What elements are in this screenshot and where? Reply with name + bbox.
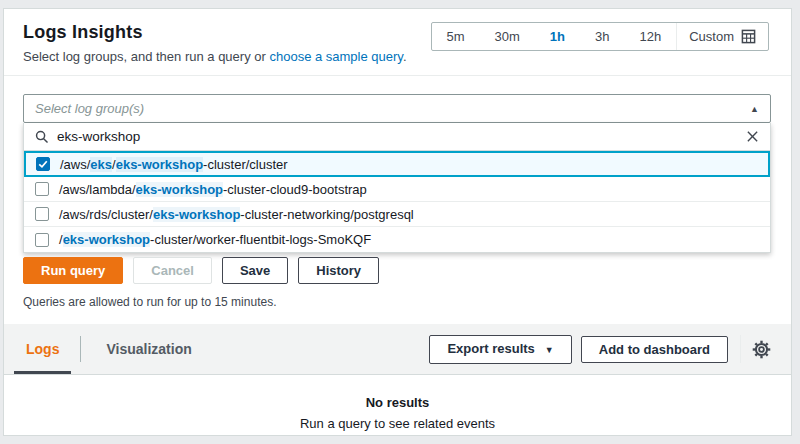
logs-insights-panel: Logs Insights Select log groups, and the…	[3, 8, 792, 436]
time-range-options: 5m30m1h3h12h	[432, 23, 677, 50]
checkbox-unchecked[interactable]	[35, 207, 49, 221]
subtitle-period: .	[403, 49, 407, 64]
log-group-option-label: /aws/eks/eks-workshop-cluster/cluster	[60, 157, 288, 172]
log-group-option[interactable]: /aws/lambda/eks-workshop-cluster-cloud9-…	[24, 177, 770, 202]
run-query-button[interactable]: Run query	[23, 257, 123, 284]
export-results-button[interactable]: Export results▼	[429, 335, 571, 364]
tabs-divider	[80, 336, 81, 362]
dropdown-arrow-icon: ▲	[750, 104, 759, 114]
settings-area	[740, 335, 771, 363]
tab-active-underline	[14, 371, 71, 374]
calendar-icon	[741, 29, 756, 44]
log-group-option-label: /aws/lambda/eks-workshop-cluster-cloud9-…	[59, 182, 367, 197]
page-subtitle: Select log groups, and then run a query …	[23, 49, 771, 64]
query-buttons: Run query Cancel Save History	[23, 257, 771, 284]
log-group-select[interactable]: Select log group(s) ▲	[23, 94, 771, 123]
log-group-placeholder: Select log group(s)	[35, 101, 750, 116]
time-range-option-1h[interactable]: 1h	[535, 23, 580, 50]
time-range-option-3h[interactable]: 3h	[580, 23, 624, 50]
no-results-subtitle: Run a query to see related events	[4, 416, 791, 431]
checkbox-check-icon	[37, 158, 49, 170]
tab-visualization[interactable]: Visualization	[94, 324, 203, 374]
header: Logs Insights Select log groups, and the…	[4, 9, 791, 75]
log-group-option[interactable]: /eks-workshop-cluster/worker-fluentbit-l…	[24, 227, 770, 252]
log-group-dropdown: /aws/eks/eks-workshop-cluster/cluster/aw…	[23, 123, 771, 253]
results-tabbar: Logs Visualization Export results▼ Add t…	[4, 324, 791, 375]
search-icon	[35, 130, 49, 144]
cancel-button: Cancel	[133, 257, 212, 284]
no-results-title: No results	[4, 395, 791, 410]
time-range-option-5m[interactable]: 5m	[432, 23, 480, 50]
add-to-dashboard-button[interactable]: Add to dashboard	[581, 336, 728, 363]
log-group-option[interactable]: /aws/rds/cluster/eks-workshop-cluster-ne…	[24, 202, 770, 227]
time-range-option-30m[interactable]: 30m	[480, 23, 535, 50]
log-group-option-list: /aws/eks/eks-workshop-cluster/cluster/aw…	[24, 151, 770, 252]
save-button[interactable]: Save	[222, 257, 288, 284]
checkbox-unchecked[interactable]	[35, 233, 49, 247]
checkbox-checked[interactable]	[36, 157, 50, 171]
tab-logs[interactable]: Logs	[14, 324, 71, 374]
log-group-option-label: /eks-workshop-cluster/worker-fluentbit-l…	[59, 232, 371, 247]
export-results-label: Export results	[447, 341, 534, 356]
tab-logs-label: Logs	[26, 341, 59, 357]
settings-divider	[740, 335, 741, 363]
time-range-selector: 5m30m1h3h12h Custom	[431, 22, 770, 51]
results-panel: No results Run a query to see related ev…	[4, 375, 791, 435]
log-group-option-label: /aws/rds/cluster/eks-workshop-cluster-ne…	[59, 207, 414, 222]
tab-visualization-label: Visualization	[106, 341, 191, 357]
log-group-search-row	[24, 123, 770, 151]
time-range-custom-label: Custom	[689, 29, 734, 44]
log-group-search-input[interactable]	[57, 129, 746, 144]
query-limit-note: Queries are allowed to run for up to 15 …	[23, 295, 771, 309]
query-section: Select log group(s) ▲	[4, 76, 791, 309]
log-group-option[interactable]: /aws/eks/eks-workshop-cluster/cluster	[24, 151, 770, 177]
gear-icon[interactable]	[752, 340, 771, 359]
subtitle-text: Select log groups, and then run a query …	[23, 49, 269, 64]
time-range-option-12h[interactable]: 12h	[625, 23, 677, 50]
clear-icon[interactable]	[746, 130, 759, 143]
caret-down-icon: ▼	[545, 345, 554, 355]
history-button[interactable]: History	[298, 257, 379, 284]
tab-actions: Export results▼ Add to dashboard	[429, 335, 771, 364]
checkbox-unchecked[interactable]	[35, 182, 49, 196]
sample-query-link[interactable]: choose a sample query	[269, 49, 402, 64]
time-range-custom-button[interactable]: Custom	[676, 23, 768, 50]
